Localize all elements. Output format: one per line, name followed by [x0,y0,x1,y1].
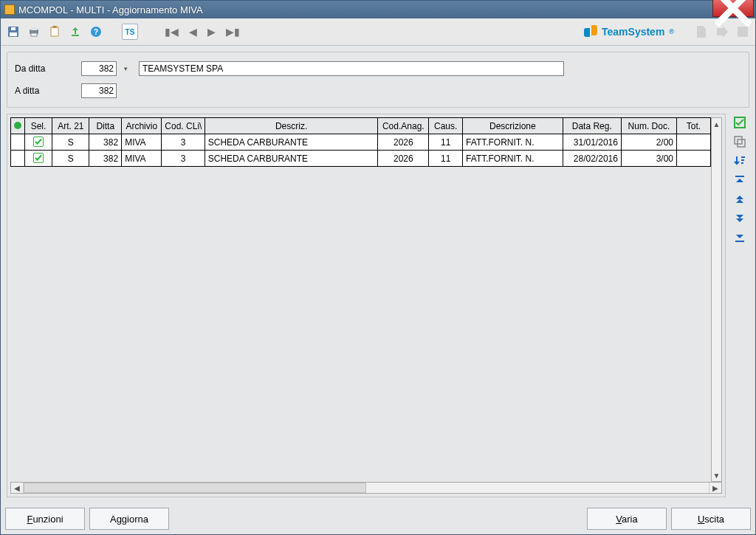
svg-rect-7 [52,26,57,28]
cell-art21: S [52,134,89,151]
cell-caus: 11 [429,134,463,151]
a-ditta-label: A ditta [15,86,74,96]
cell-tot [676,151,710,167]
client-area: Da ditta ▾ TEAMSYSTEM SPA A ditta [1,46,755,503]
nav-first-icon[interactable]: ▮◀ [165,26,179,38]
deselect-all-icon[interactable] [732,134,747,149]
svg-rect-11 [738,27,748,37]
cell-codcli: 3 [162,134,205,151]
col-numdoc[interactable]: Num. Doc. [621,118,676,134]
go-top-icon[interactable] [732,173,747,187]
save-icon[interactable] [5,24,21,40]
scroll-right-icon[interactable]: ▶ [709,483,721,493]
scroll-up-icon[interactable]: ▲ [712,118,721,130]
lookup-icon[interactable]: ▾ [124,65,131,72]
svg-rect-5 [31,33,37,36]
sort-desc-icon[interactable] [732,153,747,168]
cell-datareg: 31/01/2016 [563,134,621,151]
vertical-scrollbar[interactable]: ▲ ▼ [711,117,722,482]
move-down-icon[interactable] [732,211,747,226]
record-navigator: ▮◀ ◀ ▶ ▶▮ [165,26,240,38]
print-icon[interactable] [26,24,42,40]
da-ditta-input[interactable] [81,61,117,76]
data-grid[interactable]: Sel. Art. 21 Ditta Archivio Cod. CLi\ De… [10,117,722,482]
move-up-icon[interactable] [732,192,747,207]
teamsystem-icon [584,25,597,38]
svg-rect-15 [735,176,744,177]
col-codanag[interactable]: Cod.Anag. [378,118,429,134]
svg-rect-14 [738,139,745,147]
checkbox-icon[interactable] [33,137,44,147]
cell-descriz: SCHEDA CARBURANTE [205,134,378,151]
cell-art21: S [52,151,89,167]
svg-text:?: ? [94,28,98,36]
toolbar: ? TS ▮◀ ◀ ▶ ▶▮ TeamSystem® [1,18,755,46]
brand-text: TeamSystem [602,26,664,38]
grid-area: Sel. Art. 21 Ditta Archivio Cod. CLi\ De… [7,114,749,497]
col-codcli[interactable]: Cod. CLi\ [162,118,205,134]
nav-prev-icon[interactable]: ◀ [189,26,197,38]
status-indicator-icon [14,122,21,129]
cell-codanag: 2026 [378,134,429,151]
filters-panel: Da ditta ▾ TEAMSYSTEM SPA A ditta [7,52,749,108]
side-tools [730,114,749,497]
svg-rect-8 [72,35,79,36]
table-row[interactable]: S382MIVA3SCHEDA CARBURANTE202611FATT.FOR… [11,134,711,151]
scroll-left-icon[interactable]: ◀ [11,483,23,493]
aggiorna-button[interactable]: Aggiorna [89,508,169,530]
cell-sel[interactable] [24,151,52,167]
col-status[interactable] [11,118,25,134]
select-all-icon[interactable] [732,115,747,130]
cell-codanag: 2026 [378,151,429,167]
svg-rect-16 [735,241,744,242]
export-icon[interactable] [67,24,83,40]
cell-descrizione: FATT.FORNIT. N. [463,134,563,151]
col-datareg[interactable]: Data Reg. [563,118,621,134]
scrollbar-thumb[interactable] [24,483,366,493]
nav-next-icon[interactable]: ▶ [207,26,216,38]
funzioni-button[interactable]: Funzioni [5,508,85,530]
company-name-display: TEAMSYSTEM SPA [139,61,564,76]
app-window: MCOMPOL - MULTI - Aggiornamento MIVA ? [0,0,756,535]
svg-rect-13 [735,137,742,144]
close-icon [713,0,753,28]
table-row[interactable]: S382MIVA3SCHEDA CARBURANTE202611FATT.FOR… [11,151,711,167]
cell-status [11,151,25,167]
cell-sel[interactable] [24,134,52,151]
cell-caus: 11 [429,151,463,167]
nav-last-icon[interactable]: ▶▮ [226,26,240,38]
uscita-button[interactable]: Uscita [671,508,751,530]
horizontal-scrollbar[interactable]: ◀ ▶ [10,482,722,494]
col-archivio[interactable]: Archivio [122,118,162,134]
a-ditta-input[interactable] [81,83,117,98]
col-ditta[interactable]: Ditta [89,118,122,134]
help-icon[interactable]: ? [88,24,104,40]
ts-icon[interactable]: TS [122,24,138,40]
col-descrizione[interactable]: Descrizione [463,118,563,134]
col-descriz[interactable]: Descriz. [205,118,378,134]
col-art21[interactable]: Art. 21 [52,118,89,134]
document-icon[interactable] [693,24,709,40]
footer: Funzioni Aggiorna Varia Uscita [1,503,755,534]
cell-archivio: MIVA [122,151,162,167]
col-sel[interactable]: Sel. [24,118,52,134]
col-tot[interactable]: Tot. [676,118,710,134]
cell-ditta: 382 [89,151,122,167]
scroll-down-icon[interactable]: ▼ [712,469,721,481]
checkbox-icon[interactable] [33,153,44,163]
cell-archivio: MIVA [122,134,162,151]
svg-rect-6 [51,27,58,36]
da-ditta-label: Da ditta [15,63,74,74]
varia-button[interactable]: Varia [587,508,667,530]
titlebar: MCOMPOL - MULTI - Aggiornamento MIVA [1,1,755,18]
window-title: MCOMPOL - MULTI - Aggiornamento MIVA [18,4,203,15]
grid-header-row: Sel. Art. 21 Ditta Archivio Cod. CLi\ De… [11,118,711,134]
clipboard-icon[interactable] [47,24,63,40]
svg-rect-2 [11,27,16,30]
go-bottom-icon[interactable] [732,230,747,245]
close-button[interactable] [712,0,754,17]
cell-status [11,134,25,151]
cell-codcli: 3 [162,151,205,167]
cell-descrizione: FATT.FORNIT. N. [463,151,563,167]
col-caus[interactable]: Caus. [429,118,463,134]
